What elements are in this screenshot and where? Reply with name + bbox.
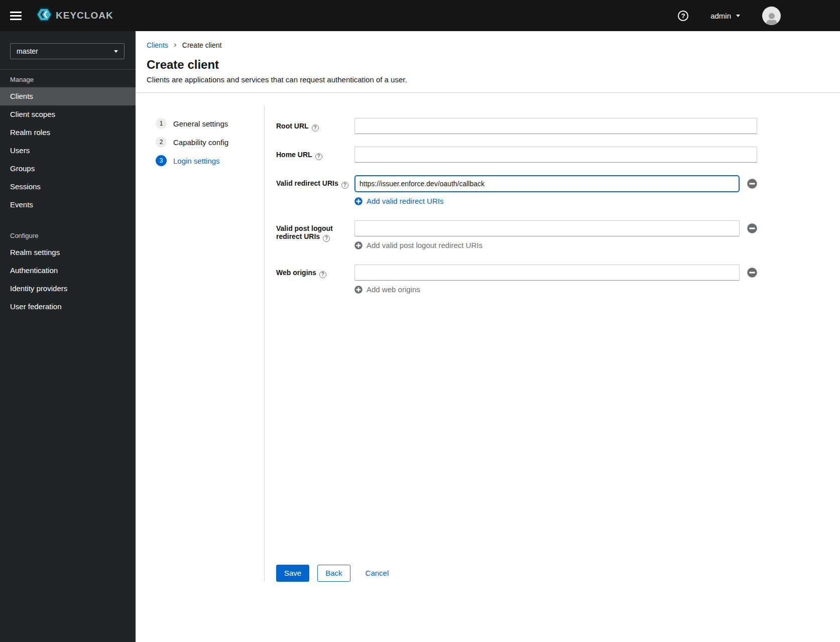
minus-circle-icon[interactable] xyxy=(747,179,757,189)
username: admin xyxy=(710,12,731,20)
nav-section-manage: Manage Clients Client scopes Realm roles… xyxy=(0,70,136,214)
root-url-label-wrap: Root URL? xyxy=(276,118,354,132)
step-label: General settings xyxy=(173,119,228,128)
sidebar-item-groups[interactable]: Groups xyxy=(0,160,136,178)
root-url-row: Root URL? xyxy=(276,118,757,134)
step-number: 3 xyxy=(156,155,167,166)
create-client-wizard: 1 General settings 2 Capability config 3… xyxy=(136,93,840,642)
sidebar-item-users[interactable]: Users xyxy=(0,142,136,160)
breadcrumb: Clients Create client xyxy=(147,41,840,49)
home-url-row: Home URL? xyxy=(276,147,757,163)
web-origins-label-wrap: Web origins? xyxy=(276,265,354,278)
login-settings-form: Root URL? Home URL? xyxy=(265,106,840,582)
nav-section-manage-title: Manage xyxy=(0,70,136,87)
sidebar: master Manage Clients Client scopes Real… xyxy=(0,31,136,642)
avatar[interactable] xyxy=(762,7,781,25)
sidebar-item-events[interactable]: Events xyxy=(0,196,136,214)
keycloak-admin-console: KEYCLOAK ? admin master Manage xyxy=(0,0,840,642)
plus-circle-icon xyxy=(354,197,363,205)
topbar-actions: ? admin xyxy=(678,7,781,25)
keycloak-logo: KEYCLOAK xyxy=(36,6,113,25)
sidebar-item-authentication[interactable]: Authentication xyxy=(0,262,136,280)
add-valid-redirect-uri-label: Add valid redirect URIs xyxy=(367,197,443,205)
nav-section-configure: Configure Realm settings Authentication … xyxy=(0,226,136,316)
valid-redirect-uris-row: Valid redirect URIs? xyxy=(276,175,757,205)
root-url-label: Root URL xyxy=(276,122,309,130)
question-circle-icon[interactable]: ? xyxy=(312,124,319,132)
keycloak-logo-text: KEYCLOAK xyxy=(56,10,113,21)
minus-circle-icon[interactable] xyxy=(747,268,757,278)
wizard-step-capability-config[interactable]: 2 Capability config xyxy=(156,137,264,148)
page-title: Create client xyxy=(147,57,840,72)
caret-down-icon xyxy=(114,50,118,53)
plus-circle-icon xyxy=(354,241,363,249)
sidebar-item-user-federation[interactable]: User federation xyxy=(0,298,136,316)
question-circle-icon[interactable]: ? xyxy=(323,235,330,242)
realm-selector-value: master xyxy=(17,47,38,55)
step-number: 2 xyxy=(156,137,167,148)
nav-section-configure-title: Configure xyxy=(0,226,136,243)
breadcrumb-current: Create client xyxy=(182,41,222,49)
wizard-step-login-settings[interactable]: 3 Login settings xyxy=(156,155,264,166)
question-circle-icon[interactable]: ? xyxy=(319,271,326,278)
breadcrumb-clients-link[interactable]: Clients xyxy=(147,41,168,49)
home-url-input[interactable] xyxy=(354,147,757,163)
cancel-button[interactable]: Cancel xyxy=(366,565,389,581)
wizard-footer: Save Back Cancel xyxy=(276,565,757,582)
add-valid-redirect-uri-button[interactable]: Add valid redirect URIs xyxy=(354,197,757,205)
add-post-logout-uri-button[interactable]: Add valid post logout redirect URIs xyxy=(354,241,757,249)
add-web-origins-button[interactable]: Add web origins xyxy=(354,285,757,294)
web-origins-label: Web origins xyxy=(276,269,316,277)
post-logout-input[interactable] xyxy=(354,220,740,236)
add-post-logout-uri-label: Add valid post logout redirect URIs xyxy=(367,241,483,249)
step-label: Login settings xyxy=(173,157,220,165)
root-url-input[interactable] xyxy=(354,118,757,134)
menu-icon[interactable] xyxy=(10,12,22,20)
home-url-field xyxy=(354,147,757,163)
wizard-nav: 1 General settings 2 Capability config 3… xyxy=(136,106,264,582)
realm-selector-wrap: master xyxy=(0,31,136,70)
post-logout-redirect-uris-row: Valid post logout redirect URIs? xyxy=(276,220,757,249)
root-url-field xyxy=(354,118,757,134)
back-button[interactable]: Back xyxy=(317,565,350,582)
web-origins-field: Add web origins xyxy=(354,265,757,294)
valid-redirect-uris-label-wrap: Valid redirect URIs? xyxy=(276,175,354,189)
step-number: 1 xyxy=(156,118,167,129)
help-icon[interactable]: ? xyxy=(678,11,688,21)
add-web-origins-label: Add web origins xyxy=(367,285,420,294)
sidebar-item-sessions[interactable]: Sessions xyxy=(0,178,136,196)
home-url-label-wrap: Home URL? xyxy=(276,147,354,160)
sidebar-item-identity-providers[interactable]: Identity providers xyxy=(0,280,136,298)
post-logout-field: Add valid post logout redirect URIs xyxy=(354,220,757,249)
wizard-step-general-settings[interactable]: 1 General settings xyxy=(156,118,264,129)
sidebar-item-realm-roles[interactable]: Realm roles xyxy=(0,123,136,142)
save-button[interactable]: Save xyxy=(276,565,309,582)
sidebar-item-client-scopes[interactable]: Client scopes xyxy=(0,105,136,123)
page-header: Clients Create client Create client Clie… xyxy=(136,31,840,93)
angle-right-icon xyxy=(173,42,177,48)
keycloak-logo-icon xyxy=(36,6,53,25)
valid-redirect-uris-field: Add valid redirect URIs xyxy=(354,175,757,205)
home-url-label: Home URL xyxy=(276,151,312,159)
question-circle-icon[interactable]: ? xyxy=(341,182,348,189)
post-logout-label-wrap: Valid post logout redirect URIs? xyxy=(276,220,354,242)
valid-redirect-uris-label: Valid redirect URIs xyxy=(276,179,338,187)
valid-redirect-input[interactable] xyxy=(354,175,740,192)
user-menu[interactable]: admin xyxy=(710,12,740,20)
topbar: KEYCLOAK ? admin xyxy=(0,0,840,31)
caret-down-icon xyxy=(736,15,740,17)
minus-circle-icon[interactable] xyxy=(747,223,757,233)
main-content: Clients Create client Create client Clie… xyxy=(136,31,840,642)
page-subtitle: Clients are applications and services th… xyxy=(147,75,840,84)
web-origins-input[interactable] xyxy=(354,265,740,281)
sidebar-item-realm-settings[interactable]: Realm settings xyxy=(0,243,136,262)
web-origins-row: Web origins? xyxy=(276,265,757,294)
step-label: Capability config xyxy=(173,138,228,147)
sidebar-item-clients[interactable]: Clients xyxy=(0,87,136,105)
realm-selector[interactable]: master xyxy=(10,43,125,59)
plus-circle-icon xyxy=(354,286,363,294)
question-circle-icon[interactable]: ? xyxy=(315,153,322,160)
